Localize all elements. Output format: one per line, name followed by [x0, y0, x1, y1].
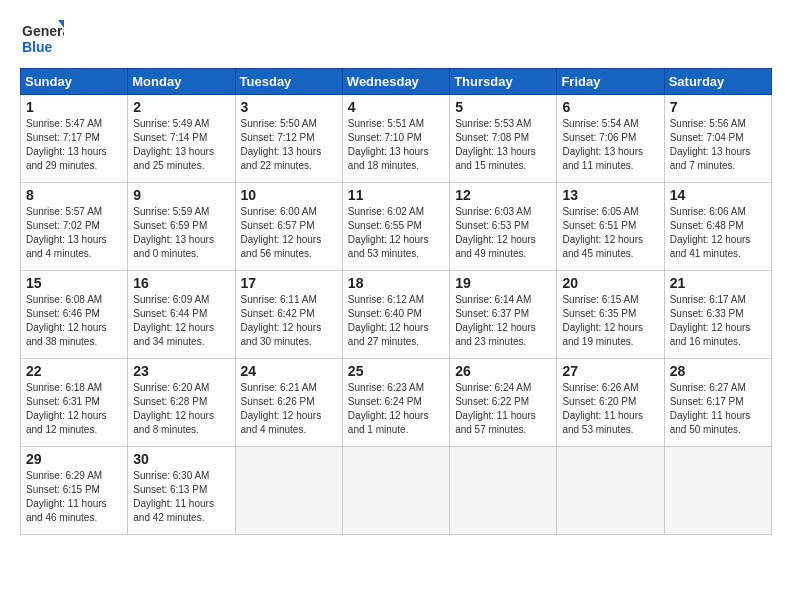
calendar-day-21: 21Sunrise: 6:17 AMSunset: 6:33 PMDayligh… [664, 271, 771, 359]
calendar-day-22: 22Sunrise: 6:18 AMSunset: 6:31 PMDayligh… [21, 359, 128, 447]
day-info: Sunrise: 6:30 AMSunset: 6:13 PMDaylight:… [133, 469, 229, 525]
day-number: 26 [455, 363, 551, 379]
calendar-day-20: 20Sunrise: 6:15 AMSunset: 6:35 PMDayligh… [557, 271, 664, 359]
calendar-day-19: 19Sunrise: 6:14 AMSunset: 6:37 PMDayligh… [450, 271, 557, 359]
svg-text:Blue: Blue [22, 39, 53, 55]
day-info: Sunrise: 6:11 AMSunset: 6:42 PMDaylight:… [241, 293, 337, 349]
weekday-header-wednesday: Wednesday [342, 69, 449, 95]
day-info: Sunrise: 5:54 AMSunset: 7:06 PMDaylight:… [562, 117, 658, 173]
calendar-day-empty [235, 447, 342, 535]
day-number: 30 [133, 451, 229, 467]
calendar-day-15: 15Sunrise: 6:08 AMSunset: 6:46 PMDayligh… [21, 271, 128, 359]
day-number: 28 [670, 363, 766, 379]
calendar-day-28: 28Sunrise: 6:27 AMSunset: 6:17 PMDayligh… [664, 359, 771, 447]
calendar-day-5: 5Sunrise: 5:53 AMSunset: 7:08 PMDaylight… [450, 95, 557, 183]
svg-text:General: General [22, 23, 64, 39]
calendar-day-24: 24Sunrise: 6:21 AMSunset: 6:26 PMDayligh… [235, 359, 342, 447]
calendar-day-13: 13Sunrise: 6:05 AMSunset: 6:51 PMDayligh… [557, 183, 664, 271]
day-number: 15 [26, 275, 122, 291]
day-info: Sunrise: 6:08 AMSunset: 6:46 PMDaylight:… [26, 293, 122, 349]
day-number: 11 [348, 187, 444, 203]
day-info: Sunrise: 6:17 AMSunset: 6:33 PMDaylight:… [670, 293, 766, 349]
calendar-week-row: 29Sunrise: 6:29 AMSunset: 6:15 PMDayligh… [21, 447, 772, 535]
logo: General Blue [20, 16, 64, 60]
page: General Blue SundayMondayTuesdayWednesda… [0, 0, 792, 555]
day-info: Sunrise: 5:49 AMSunset: 7:14 PMDaylight:… [133, 117, 229, 173]
day-info: Sunrise: 5:56 AMSunset: 7:04 PMDaylight:… [670, 117, 766, 173]
day-info: Sunrise: 6:02 AMSunset: 6:55 PMDaylight:… [348, 205, 444, 261]
calendar-day-16: 16Sunrise: 6:09 AMSunset: 6:44 PMDayligh… [128, 271, 235, 359]
day-info: Sunrise: 6:29 AMSunset: 6:15 PMDaylight:… [26, 469, 122, 525]
day-number: 18 [348, 275, 444, 291]
day-number: 5 [455, 99, 551, 115]
calendar-day-17: 17Sunrise: 6:11 AMSunset: 6:42 PMDayligh… [235, 271, 342, 359]
day-info: Sunrise: 6:18 AMSunset: 6:31 PMDaylight:… [26, 381, 122, 437]
header: General Blue [20, 16, 772, 60]
day-info: Sunrise: 6:12 AMSunset: 6:40 PMDaylight:… [348, 293, 444, 349]
day-number: 21 [670, 275, 766, 291]
calendar-day-11: 11Sunrise: 6:02 AMSunset: 6:55 PMDayligh… [342, 183, 449, 271]
day-number: 16 [133, 275, 229, 291]
weekday-header-friday: Friday [557, 69, 664, 95]
day-number: 9 [133, 187, 229, 203]
day-number: 4 [348, 99, 444, 115]
calendar-day-26: 26Sunrise: 6:24 AMSunset: 6:22 PMDayligh… [450, 359, 557, 447]
weekday-header-monday: Monday [128, 69, 235, 95]
calendar-day-3: 3Sunrise: 5:50 AMSunset: 7:12 PMDaylight… [235, 95, 342, 183]
day-number: 10 [241, 187, 337, 203]
day-number: 8 [26, 187, 122, 203]
day-info: Sunrise: 5:59 AMSunset: 6:59 PMDaylight:… [133, 205, 229, 261]
day-info: Sunrise: 6:27 AMSunset: 6:17 PMDaylight:… [670, 381, 766, 437]
calendar: SundayMondayTuesdayWednesdayThursdayFrid… [20, 68, 772, 535]
day-number: 29 [26, 451, 122, 467]
calendar-day-empty [664, 447, 771, 535]
calendar-day-25: 25Sunrise: 6:23 AMSunset: 6:24 PMDayligh… [342, 359, 449, 447]
day-info: Sunrise: 6:03 AMSunset: 6:53 PMDaylight:… [455, 205, 551, 261]
day-number: 27 [562, 363, 658, 379]
calendar-day-10: 10Sunrise: 6:00 AMSunset: 6:57 PMDayligh… [235, 183, 342, 271]
calendar-day-6: 6Sunrise: 5:54 AMSunset: 7:06 PMDaylight… [557, 95, 664, 183]
day-info: Sunrise: 6:06 AMSunset: 6:48 PMDaylight:… [670, 205, 766, 261]
calendar-day-empty [557, 447, 664, 535]
calendar-day-12: 12Sunrise: 6:03 AMSunset: 6:53 PMDayligh… [450, 183, 557, 271]
day-number: 23 [133, 363, 229, 379]
calendar-week-row: 1Sunrise: 5:47 AMSunset: 7:17 PMDaylight… [21, 95, 772, 183]
day-number: 20 [562, 275, 658, 291]
day-info: Sunrise: 6:09 AMSunset: 6:44 PMDaylight:… [133, 293, 229, 349]
weekday-header-thursday: Thursday [450, 69, 557, 95]
calendar-week-row: 15Sunrise: 6:08 AMSunset: 6:46 PMDayligh… [21, 271, 772, 359]
calendar-day-4: 4Sunrise: 5:51 AMSunset: 7:10 PMDaylight… [342, 95, 449, 183]
weekday-header-sunday: Sunday [21, 69, 128, 95]
calendar-day-29: 29Sunrise: 6:29 AMSunset: 6:15 PMDayligh… [21, 447, 128, 535]
day-info: Sunrise: 6:15 AMSunset: 6:35 PMDaylight:… [562, 293, 658, 349]
day-info: Sunrise: 5:50 AMSunset: 7:12 PMDaylight:… [241, 117, 337, 173]
calendar-day-18: 18Sunrise: 6:12 AMSunset: 6:40 PMDayligh… [342, 271, 449, 359]
calendar-day-8: 8Sunrise: 5:57 AMSunset: 7:02 PMDaylight… [21, 183, 128, 271]
calendar-day-14: 14Sunrise: 6:06 AMSunset: 6:48 PMDayligh… [664, 183, 771, 271]
calendar-day-30: 30Sunrise: 6:30 AMSunset: 6:13 PMDayligh… [128, 447, 235, 535]
day-info: Sunrise: 6:00 AMSunset: 6:57 PMDaylight:… [241, 205, 337, 261]
day-info: Sunrise: 5:53 AMSunset: 7:08 PMDaylight:… [455, 117, 551, 173]
calendar-day-7: 7Sunrise: 5:56 AMSunset: 7:04 PMDaylight… [664, 95, 771, 183]
calendar-week-row: 8Sunrise: 5:57 AMSunset: 7:02 PMDaylight… [21, 183, 772, 271]
day-info: Sunrise: 6:20 AMSunset: 6:28 PMDaylight:… [133, 381, 229, 437]
weekday-header-row: SundayMondayTuesdayWednesdayThursdayFrid… [21, 69, 772, 95]
day-number: 12 [455, 187, 551, 203]
day-info: Sunrise: 6:14 AMSunset: 6:37 PMDaylight:… [455, 293, 551, 349]
day-number: 24 [241, 363, 337, 379]
calendar-day-empty [342, 447, 449, 535]
day-number: 25 [348, 363, 444, 379]
day-number: 1 [26, 99, 122, 115]
day-number: 13 [562, 187, 658, 203]
day-info: Sunrise: 6:21 AMSunset: 6:26 PMDaylight:… [241, 381, 337, 437]
day-number: 19 [455, 275, 551, 291]
calendar-day-27: 27Sunrise: 6:26 AMSunset: 6:20 PMDayligh… [557, 359, 664, 447]
day-number: 6 [562, 99, 658, 115]
day-info: Sunrise: 6:26 AMSunset: 6:20 PMDaylight:… [562, 381, 658, 437]
calendar-day-empty [450, 447, 557, 535]
day-number: 3 [241, 99, 337, 115]
day-number: 22 [26, 363, 122, 379]
logo-svg: General Blue [20, 16, 64, 60]
day-info: Sunrise: 5:57 AMSunset: 7:02 PMDaylight:… [26, 205, 122, 261]
calendar-day-23: 23Sunrise: 6:20 AMSunset: 6:28 PMDayligh… [128, 359, 235, 447]
